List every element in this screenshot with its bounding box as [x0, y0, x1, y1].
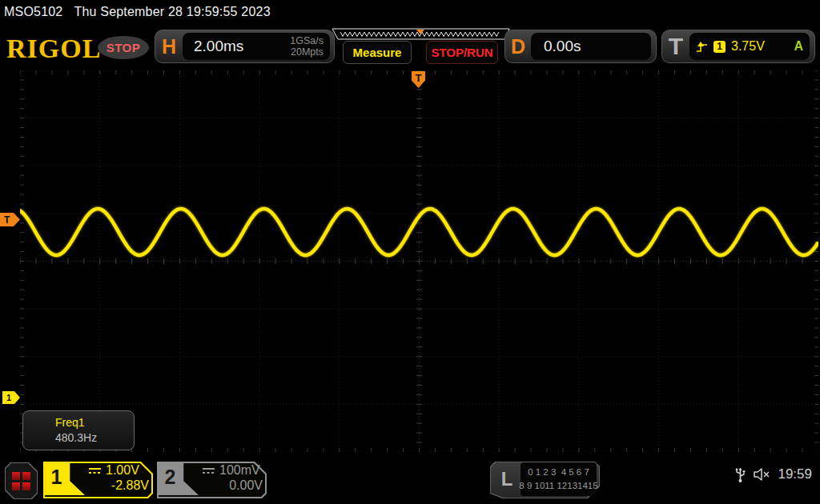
digital-channels-list: 0 1 2 3 4 5 6 7 8 9 1011 12131415	[521, 462, 597, 496]
usb-icon	[735, 466, 746, 483]
delay-settings-box[interactable]: D 0.00s	[504, 30, 657, 63]
channel2-status-block[interactable]: 2 100mV 0.00V	[157, 462, 267, 498]
rising-edge-icon	[696, 41, 708, 53]
channel2-scale: 100mV	[219, 463, 260, 478]
datetime: Thu September 28 19:59:55 2023	[74, 5, 270, 18]
menu-grid-button[interactable]	[5, 462, 38, 499]
clock-time: 19:59	[778, 466, 812, 482]
trigger-label: T	[662, 33, 689, 60]
horizontal-label: H	[155, 35, 183, 58]
channel1-scale: 1.00V	[106, 463, 139, 478]
dc-coupling-icon	[202, 466, 215, 475]
measurement-result-box[interactable]: Freq1 480.3Hz	[22, 410, 135, 450]
channel1-number: 1	[43, 466, 70, 489]
trigger-mode: A	[794, 39, 803, 54]
trigger-level-value: 3.75V	[731, 39, 788, 54]
channel2-offset: 0.00V	[202, 478, 263, 493]
logic-analyzer-label: L	[495, 462, 519, 497]
timebase-value: 2.00ms	[194, 38, 290, 55]
channel1-offset: -2.88V	[88, 478, 149, 493]
sample-rate: 1GSa/s	[290, 35, 324, 46]
trigger-settings-box[interactable]: T 1 3.75V A	[661, 30, 815, 63]
digital-row2: 8 9 1011 12131415	[519, 479, 597, 493]
oscilloscope-screen: MSO5102Thu September 28 19:59:55 2023 RI…	[0, 0, 820, 504]
trigger-source-badge: 1	[713, 41, 726, 53]
measure-button[interactable]: Measure	[343, 41, 412, 64]
logic-analyzer-block[interactable]: L 0 1 2 3 4 5 6 7 8 9 1011 12131415	[490, 462, 600, 498]
measurement-name: Freq1	[55, 416, 134, 429]
bottom-bar: 1 1.00V -2.88V 2	[0, 456, 820, 504]
channel1-ground-marker[interactable]: 1	[2, 391, 20, 404]
delay-label: D	[505, 35, 531, 58]
memory-depth: 20Mpts	[291, 46, 324, 58]
measurement-value: 480.3Hz	[55, 431, 134, 444]
trigger-level-marker[interactable]: T	[0, 213, 20, 226]
rigol-logo: RIGOL	[6, 34, 101, 64]
dc-coupling-icon	[88, 466, 102, 475]
horizontal-settings-box[interactable]: H 2.00ms 1GSa/s 20Mpts	[155, 30, 335, 63]
grid-icon	[12, 472, 30, 490]
model-name: MSO5102	[4, 5, 62, 18]
graticule-display	[20, 70, 818, 452]
speaker-muted-icon[interactable]	[753, 467, 770, 482]
run-state-badge[interactable]: STOP	[98, 36, 149, 59]
delay-value: 0.00s	[531, 33, 651, 60]
channel2-number: 2	[157, 466, 183, 489]
waveform-overview-strip[interactable]	[330, 28, 511, 41]
channel1-status-block[interactable]: 1 1.00V -2.88V	[43, 462, 153, 498]
digital-row1: 0 1 2 3 4 5 6 7	[528, 466, 589, 479]
status-bar: MSO5102Thu September 28 19:59:55 2023	[4, 5, 282, 19]
stop-run-button[interactable]: STOP/RUN	[426, 41, 498, 64]
